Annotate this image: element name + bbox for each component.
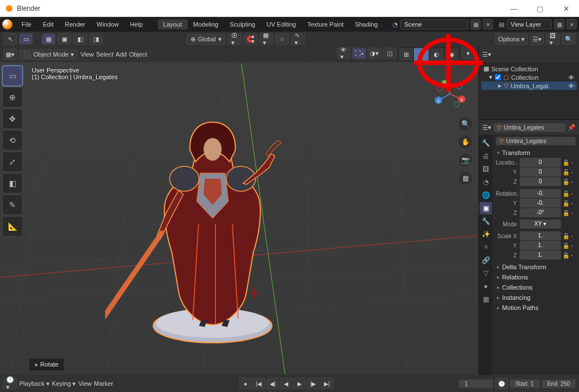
start-frame-input[interactable]: Start 1 (510, 380, 539, 388)
jump-start-button[interactable]: |◀ (253, 378, 265, 389)
tool-cursor[interactable]: ⊕ (2, 87, 23, 107)
tab-data-icon[interactable]: ▽ (479, 267, 492, 279)
current-frame-input[interactable]: 1 (459, 380, 493, 388)
tool-scale[interactable]: ⤢ (2, 152, 23, 172)
operator-hint[interactable]: Rotate (29, 359, 64, 371)
view-menu[interactable]: View (80, 51, 94, 58)
rotation-mode-dropdown[interactable]: XY ▾ (520, 219, 561, 229)
shading-matprev-button[interactable]: ◐ (429, 48, 444, 61)
panel-relations[interactable]: Relations (496, 272, 576, 282)
collection-checkbox[interactable] (495, 74, 501, 80)
blender-menu-icon[interactable] (2, 19, 12, 29)
tool-measure[interactable]: 📐 (2, 216, 23, 236)
scale-x-input[interactable]: 1. (520, 231, 561, 240)
minimize-button[interactable]: — (501, 0, 527, 17)
tab-physics-icon[interactable]: ⚛ (479, 241, 492, 253)
camera-button[interactable]: 📷 (458, 153, 473, 167)
autokey-button[interactable]: ● (239, 378, 252, 389)
tab-viewlayer-icon[interactable]: 🖼 (479, 163, 492, 175)
orientation-dropdown[interactable]: ⊕ Global ▾ (187, 34, 226, 45)
select-menu[interactable]: Select (96, 51, 114, 58)
proportional-icon[interactable]: ○ (275, 33, 289, 45)
shading-dropdown-icon[interactable]: ▾ (461, 48, 475, 59)
menu-window[interactable]: Window (91, 19, 124, 29)
menu-help[interactable]: Help (124, 19, 149, 29)
tool-transform[interactable]: ◧ (2, 173, 23, 193)
menu-render[interactable]: Render (59, 19, 91, 29)
viewlayer-remove-button[interactable]: ✕ (567, 19, 577, 29)
lock-icon[interactable]: 🔓 (562, 191, 570, 197)
timeline-editor-icon[interactable]: 🕐▾ (3, 378, 17, 389)
scene-browse-button[interactable]: ▦ (470, 19, 481, 29)
tool-move[interactable]: ✥ (2, 109, 23, 129)
tab-constraints-icon[interactable]: 🔗 (479, 254, 492, 266)
eye-icon[interactable]: 👁 (568, 83, 574, 89)
lock-icon[interactable]: 🔓 (562, 233, 570, 239)
panel-instancing[interactable]: Instancing (496, 292, 576, 303)
panel-motion-paths[interactable]: Motion Paths (496, 303, 576, 313)
viewlayer-browse-button[interactable]: ▦ (554, 19, 564, 29)
scene-name-input[interactable] (400, 19, 468, 29)
tab-texture-icon[interactable]: ▦ (479, 293, 492, 305)
close-button[interactable]: ✕ (553, 0, 579, 17)
xray-icon[interactable]: ◫ (383, 48, 396, 59)
pan-button[interactable]: ✋ (458, 135, 473, 149)
lock-icon[interactable]: 🔓 (562, 179, 570, 185)
snap-icon[interactable]: ▦ (42, 33, 55, 45)
tab-output-icon[interactable]: 🖨 (479, 150, 492, 162)
menu-edit[interactable]: Edit (37, 19, 59, 29)
tool-rotate[interactable]: ⟲ (2, 130, 23, 150)
outliner-collection-row[interactable]: ▾ ▢ Collection 👁 (481, 73, 577, 81)
scene-new-button[interactable]: ✕ (483, 19, 493, 29)
props-editor-icon[interactable]: ☰▾ (482, 124, 491, 131)
rotation-x-input[interactable]: -0. (520, 189, 561, 198)
search-icon[interactable]: 🔍 (562, 33, 576, 45)
workspace-tab-layout[interactable]: Layout (158, 19, 188, 29)
3d-viewport[interactable]: User Perspective (1) Collection | Umbra_… (0, 62, 478, 375)
perspective-button[interactable]: ▦ (458, 171, 473, 186)
shading-wireframe-button[interactable]: ⊞ (399, 48, 413, 61)
menu-file[interactable]: File (16, 19, 37, 29)
proportional-type-icon[interactable]: ∿ ▾ (291, 33, 305, 45)
jump-next-key-button[interactable]: |▶ (307, 378, 319, 389)
snap3-icon[interactable]: ◧ (74, 33, 87, 45)
preview-range-button[interactable]: 🕐 (495, 378, 508, 389)
lock-icon[interactable]: 🔓 (562, 252, 570, 259)
workspace-tab-texturepaint[interactable]: Texture Paint (301, 19, 349, 29)
tab-material-icon[interactable]: ● (479, 280, 492, 292)
tool-annotate[interactable]: ✎ (2, 195, 23, 215)
playback-menu[interactable]: Playback ▾ (19, 380, 50, 387)
tab-object-icon[interactable]: ▣ (479, 202, 492, 214)
scale-z-input[interactable]: 1. (520, 251, 561, 260)
object-menu[interactable]: Object (129, 51, 147, 58)
tab-world-icon[interactable]: 🌐 (479, 189, 492, 201)
workspace-tab-modeling[interactable]: Modeling (188, 19, 224, 29)
snap4-icon[interactable]: ◨ (89, 33, 103, 45)
pin-icon[interactable]: 📌 (568, 124, 576, 131)
add-menu[interactable]: Add (116, 51, 127, 58)
tab-particles-icon[interactable]: ✨ (479, 228, 492, 240)
lock-icon[interactable]: 🔓 (562, 210, 570, 216)
mode-dropdown[interactable]: ⬛ Object Mode ▾ (19, 49, 78, 60)
overlay-icon[interactable]: ◑▾ (368, 48, 381, 59)
workspace-tab-shading[interactable]: Shading (349, 19, 383, 29)
shading-rendered-button[interactable]: ◉ (444, 48, 459, 61)
filter2-icon[interactable]: 🖼▾ (546, 33, 560, 45)
rotation-y-input[interactable]: -0. (520, 199, 561, 208)
snap2-icon[interactable]: ▣ (58, 33, 71, 45)
jump-prev-key-button[interactable]: ◀| (266, 378, 279, 389)
lock-icon[interactable]: 🔓 (562, 200, 570, 206)
select-tool-icon[interactable]: ▭ (19, 33, 33, 45)
outliner-scene-row[interactable]: ▦ Scene Collection (481, 64, 577, 73)
location-x-input[interactable]: 0 (520, 158, 561, 167)
play-button[interactable]: ▶ (293, 378, 306, 389)
tab-scene-icon[interactable]: ◔ (479, 176, 492, 188)
shading-solid-button[interactable]: ● (414, 48, 429, 61)
location-y-input[interactable]: 0 (520, 167, 561, 176)
workspace-tab-sculpting[interactable]: Sculpting (224, 19, 261, 29)
outliner-editor-icon[interactable]: ☰▾ (482, 51, 491, 58)
panel-delta-transform[interactable]: Delta Transform (496, 262, 576, 272)
editor-type-icon[interactable]: ▦▾ (3, 49, 17, 60)
workspace-tab-uvediting[interactable]: UV Editing (261, 19, 301, 29)
outliner-object-row[interactable]: ▸▽ Umbra_Legat. 👁 (481, 81, 577, 90)
